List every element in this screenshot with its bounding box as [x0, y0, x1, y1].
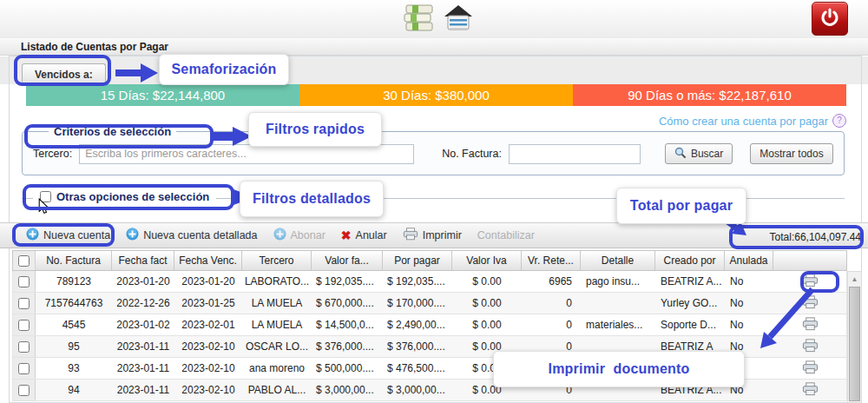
home-icon	[443, 3, 474, 37]
tab-vencidos[interactable]: Vencidos a:	[22, 63, 106, 84]
cell-valor-iva: $ 0.00	[452, 293, 522, 314]
cell-vr-rete: 6965	[522, 271, 581, 292]
cell-detalle	[581, 293, 655, 314]
imprimir-button[interactable]: Imprimir	[403, 228, 462, 243]
power-button[interactable]	[812, 2, 848, 36]
cell-anulada: No	[725, 336, 773, 357]
total-por-pagar-value: Total:66,104,097.44	[734, 228, 861, 246]
top-bar	[0, 0, 868, 39]
mouse-cursor-icon	[38, 198, 49, 217]
cell-valor-iva: $ 0.00	[452, 380, 522, 400]
anular-button[interactable]: ✖ Anular	[341, 229, 387, 241]
arrow-filtros-detallados	[231, 188, 255, 206]
buscar-button[interactable]: Buscar	[665, 143, 733, 164]
row-checkbox[interactable]	[18, 385, 30, 396]
cell-por-pagar: $ 376,000....	[383, 336, 452, 357]
buscar-label: Buscar	[691, 148, 723, 160]
col-vr-rete[interactable]: Vr. Rete...	[522, 251, 581, 270]
abonar-label: Abonar	[291, 229, 326, 241]
col-detalle[interactable]: Detalle	[581, 251, 655, 270]
row-print-button[interactable]	[773, 271, 846, 292]
cell-valor-factura: $ 192,035....	[312, 271, 383, 292]
scroll-up-icon[interactable]: ▲	[848, 272, 861, 286]
printer-icon	[802, 360, 819, 377]
table-row[interactable]: 7157644763 2022-12-26 2023-01-25 LA MUEL…	[12, 293, 847, 314]
aging-band-30-dias[interactable]: 30 Días: $380,000	[299, 84, 573, 106]
scrollbar-thumb[interactable]	[849, 287, 860, 401]
aging-band-15-dias[interactable]: 15 Días: $22,144,800	[26, 84, 299, 106]
cell-detalle	[581, 380, 655, 400]
tab-strip	[0, 56, 868, 84]
printer-icon	[802, 295, 819, 312]
printer-icon	[802, 382, 819, 399]
col-creado-por[interactable]: Creado por	[655, 251, 725, 270]
row-checkbox[interactable]	[18, 276, 30, 287]
abonar-button[interactable]: Abonar	[273, 228, 326, 243]
table-row[interactable]: 4545 2023-01-02 2023-02-01 LA MUELA $ 14…	[12, 314, 847, 336]
cell-creado-por: BEATRIZ A	[655, 336, 725, 357]
plus-icon	[126, 228, 139, 243]
col-anulada[interactable]: Anulada	[725, 251, 773, 270]
table-row[interactable]: 94 2023-01-11 2023-02-10 PABLO AL... $ 3…	[12, 380, 847, 401]
cell-creado-por: BEATRIZ A...	[655, 380, 725, 400]
cell-fecha-venc: 2023-02-10	[174, 336, 242, 357]
cell-valor-iva: $ 0.00	[452, 314, 522, 335]
tercero-label: Tercero:	[33, 148, 72, 160]
row-print-button[interactable]	[773, 336, 846, 357]
row-select-cell	[13, 336, 36, 357]
row-print-button[interactable]	[773, 380, 846, 400]
cell-fecha-fact: 2023-01-02	[112, 314, 174, 335]
row-print-button[interactable]	[773, 358, 846, 379]
table-row[interactable]: 95 2023-01-11 2023-02-10 OSCAR LO... $ 3…	[12, 336, 847, 358]
cell-creado-por: Soporte D...	[655, 314, 725, 335]
row-checkbox[interactable]	[18, 298, 30, 309]
nueva-cuenta-detallada-button[interactable]: Nueva cuenta detallada	[126, 228, 257, 243]
row-select-cell	[13, 271, 36, 292]
row-print-button[interactable]	[773, 314, 846, 335]
select-all-checkbox[interactable]	[18, 255, 30, 267]
nueva-cuenta-button[interactable]: Nueva cuenta	[26, 228, 110, 243]
col-por-pagar[interactable]: Por pagar	[383, 251, 452, 270]
col-valor-iva[interactable]: Valor Iva	[452, 251, 522, 270]
col-valor-fa[interactable]: Valor fa...	[312, 251, 383, 270]
vertical-scrollbar[interactable]: ▲	[847, 271, 862, 403]
table-row[interactable]: 789123 2023-01-20 2023-01-20 LABORATO...…	[12, 271, 847, 293]
otras-opciones-toggle[interactable]: Otras opciones de selección	[33, 190, 216, 203]
cell-valor-factura: $ 500,000....	[312, 358, 383, 379]
tercero-input[interactable]	[79, 144, 414, 164]
cell-valor-factura: $ 14,500,0...	[312, 314, 383, 335]
row-checkbox[interactable]	[18, 320, 30, 331]
cell-fecha-venc: 2023-02-10	[174, 380, 242, 400]
cell-fecha-fact: 2023-01-20	[112, 271, 174, 292]
row-checkbox[interactable]	[18, 363, 30, 374]
cell-tercero: ana moreno	[242, 358, 312, 379]
cell-fecha-venc: 2023-01-20	[174, 271, 242, 292]
table-row[interactable]: 93 2023-01-11 2023-02-10 ana moreno $ 50…	[12, 358, 847, 380]
row-print-button[interactable]	[773, 293, 846, 314]
accounts-table: No. Factura Fecha fact Fecha Venc. Terce…	[12, 250, 847, 401]
contabilizar-button[interactable]: Contabilizar	[477, 229, 535, 241]
cell-vr-rete: 0	[522, 314, 581, 335]
cell-creado-por	[655, 358, 725, 379]
printer-icon	[802, 274, 819, 290]
factura-label: No. Factura:	[442, 148, 502, 160]
select-all-cell	[13, 251, 36, 270]
cell-no-factura: 95	[36, 336, 112, 357]
mostrar-todos-button[interactable]: Mostrar todos	[750, 143, 832, 164]
cell-por-pagar: $ 192,035....	[383, 271, 452, 292]
contabilizar-label: Contabilizar	[477, 229, 535, 241]
col-print	[773, 251, 846, 270]
factura-input[interactable]	[509, 144, 641, 164]
col-no-factura[interactable]: No. Factura	[36, 251, 112, 270]
annotation-total-por-pagar: Total por pagar	[616, 188, 746, 224]
col-fecha-venc[interactable]: Fecha Venc.	[174, 251, 242, 270]
cell-detalle	[581, 336, 655, 357]
col-tercero[interactable]: Tercero	[242, 251, 312, 270]
cell-no-factura: 7157644763	[36, 293, 112, 314]
col-fecha-fact[interactable]: Fecha fact	[112, 251, 174, 270]
row-checkbox[interactable]	[18, 341, 30, 353]
aging-band-90-dias[interactable]: 90 Días o más: $22,187,610	[573, 84, 846, 106]
printer-icon	[802, 339, 819, 355]
annotation-filtros-detallados: Filtros detallados	[240, 181, 384, 217]
cell-por-pagar: $ 170,000....	[383, 293, 452, 314]
